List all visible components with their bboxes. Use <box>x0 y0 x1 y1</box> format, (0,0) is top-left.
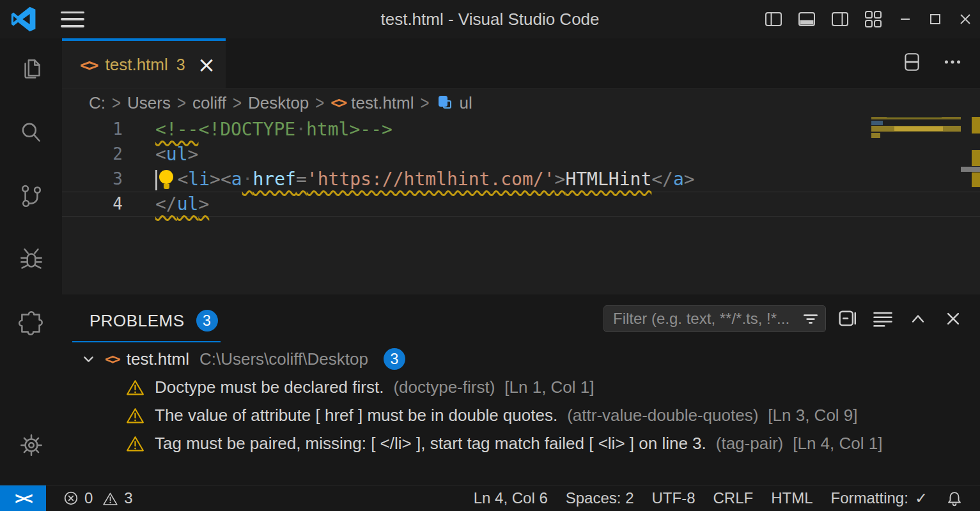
maximize-panel-icon[interactable] <box>905 306 931 332</box>
search-icon[interactable] <box>0 102 62 165</box>
code-editor[interactable]: 1<!--<!DOCTYPE·html>-->2<ul>3<li><a·href… <box>62 117 980 294</box>
warning-mark <box>972 172 980 187</box>
minimize-icon[interactable] <box>890 0 920 38</box>
encoding-setting[interactable]: UTF-8 <box>643 489 704 507</box>
tab-bar: <> test.html 3 × <box>62 38 980 89</box>
warning-mark <box>972 150 980 166</box>
debug-icon[interactable] <box>0 228 62 291</box>
notifications-bell-icon[interactable] <box>937 489 972 507</box>
collapse-all-icon[interactable] <box>870 306 896 332</box>
html-file-icon: <> <box>105 351 119 367</box>
code-line-2[interactable]: 2<ul> <box>62 142 980 167</box>
status-bar: >< 0 3 Ln 4, Col 6 Spaces: 2 UTF-8 CRLF … <box>0 485 980 511</box>
layout-panel-icon[interactable] <box>790 0 823 38</box>
check-icon: ✓ <box>915 489 928 507</box>
line-content: <!--<!DOCTYPE·html>--> <box>123 117 393 142</box>
problems-file-row[interactable]: <> test.html C:\Users\coliff\Desktop 3 <box>62 345 980 373</box>
code-token: html>--> <box>306 119 393 140</box>
tab-test-html[interactable]: <> test.html 3 × <box>62 38 226 88</box>
code-line-3[interactable]: 3<li><a·href='https://htmlhint.com/'>HTM… <box>62 167 980 192</box>
eol-setting[interactable]: CRLF <box>704 489 763 507</box>
breadcrumb-item-drive[interactable]: C: <box>85 93 109 113</box>
breadcrumb: C: > Users > coliff > Desktop > <> test.… <box>62 89 980 117</box>
problem-row[interactable]: Tag must be paired, missing: [ </li> ], … <box>62 429 980 457</box>
formatting-status[interactable]: Formatting: ✓ <box>822 489 937 507</box>
warning-count: 3 <box>124 489 132 507</box>
problems-tab-label: PROBLEMS <box>89 311 185 331</box>
split-editor-icon[interactable] <box>901 51 922 75</box>
problem-message: The value of attribute [ href ] must be … <box>155 406 557 425</box>
line-number: 2 <box>62 142 123 167</box>
problem-message: Tag must be paired, missing: [ </li> ], … <box>155 434 706 454</box>
line-number: 3 <box>62 167 123 192</box>
layout-sidebar-left-icon[interactable] <box>757 0 790 38</box>
problem-position: [Ln 4, Col 1] <box>793 434 882 454</box>
filter-input[interactable] <box>612 309 801 328</box>
tab-close-icon[interactable]: × <box>198 55 216 74</box>
filter-icon[interactable] <box>801 309 820 328</box>
source-control-icon[interactable] <box>0 165 62 228</box>
problem-message: Doctype must be declared first. <box>155 378 384 397</box>
code-line-1[interactable]: 1<!--<!DOCTYPE·html>--> <box>62 117 980 142</box>
remote-indicator[interactable]: >< <box>0 485 46 511</box>
code-token: ul <box>166 144 188 165</box>
problem-row[interactable]: The value of attribute [ href ] must be … <box>62 401 980 429</box>
settings-gear-icon[interactable] <box>0 413 62 477</box>
code-line-4[interactable]: 4</ul> <box>62 192 980 217</box>
code-token: HTMLHint <box>565 169 651 190</box>
code-token: · <box>242 169 253 190</box>
error-icon <box>63 490 79 507</box>
lightbulb-icon[interactable] <box>158 169 176 191</box>
activity-bar <box>0 38 62 485</box>
breadcrumb-item-users[interactable]: Users <box>123 93 175 113</box>
tab-problem-count: 3 <box>176 56 185 74</box>
explorer-icon[interactable] <box>0 38 62 102</box>
view-as-table-icon[interactable] <box>835 306 860 332</box>
file-path: C:\Users\coliff\Desktop <box>199 349 368 369</box>
code-token: </ <box>651 169 673 190</box>
breadcrumb-item-file[interactable]: <> test.html <box>327 93 417 113</box>
warning-icon <box>125 434 145 454</box>
layout-sidebar-right-icon[interactable] <box>823 0 857 38</box>
error-count: 0 <box>84 489 93 507</box>
code-token: < <box>155 144 166 165</box>
tab-label: test.html <box>105 55 168 75</box>
indentation-setting[interactable]: Spaces: 2 <box>557 489 643 507</box>
code-token: a <box>673 169 684 190</box>
warning-mark <box>972 117 980 133</box>
warning-icon <box>102 490 119 507</box>
text-cursor <box>155 170 157 190</box>
layout-grid-icon[interactable] <box>857 0 890 38</box>
code-token: 'https://htmlhint.com/' <box>307 169 555 190</box>
problems-summary[interactable]: 0 3 <box>63 489 133 507</box>
extensions-icon[interactable] <box>0 291 62 355</box>
menu-icon[interactable] <box>61 11 84 27</box>
chevron-down-icon[interactable] <box>80 351 97 368</box>
problems-filter-box <box>603 305 826 332</box>
breadcrumb-item-desktop[interactable]: Desktop <box>244 93 313 113</box>
code-token: ul <box>177 194 199 215</box>
scroll-position-mark <box>961 167 980 172</box>
close-icon[interactable] <box>950 0 980 38</box>
close-panel-icon[interactable] <box>940 306 966 332</box>
problem-row[interactable]: Doctype must be declared first. (doctype… <box>62 373 980 401</box>
maximize-icon[interactable] <box>920 0 950 38</box>
breadcrumb-item-coliff[interactable]: coliff <box>189 93 230 113</box>
language-mode[interactable]: HTML <box>762 489 821 507</box>
code-token: > <box>188 144 199 165</box>
line-number: 1 <box>62 117 123 142</box>
problem-rule: (tag-pair) <box>716 434 783 454</box>
code-token: · <box>295 119 306 140</box>
code-token: > <box>684 169 695 190</box>
html-file-icon: <> <box>331 94 345 112</box>
more-actions-icon[interactable] <box>942 51 963 75</box>
overview-ruler[interactable] <box>970 117 980 294</box>
editor-group: <> test.html 3 × C: > Users <box>62 38 980 485</box>
panel-header: PROBLEMS 3 <box>62 294 980 342</box>
code-token: > <box>210 169 221 190</box>
file-problems-badge: 3 <box>384 348 405 370</box>
breadcrumb-item-symbol-ul[interactable]: ul <box>432 93 476 113</box>
tab-problems[interactable]: PROBLEMS 3 <box>72 300 221 342</box>
code-token: = <box>296 169 307 190</box>
cursor-position[interactable]: Ln 4, Col 6 <box>465 489 557 507</box>
